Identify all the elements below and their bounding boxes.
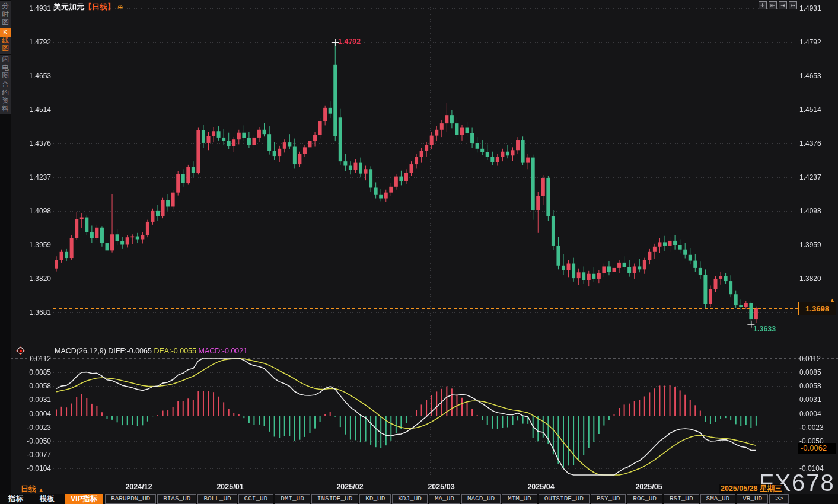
indicator-tab-mtm_ud[interactable]: MTM_UD (502, 494, 537, 504)
symbol-name: 美元加元 (53, 2, 84, 11)
macd-axis-label-left: 0.0058 (11, 382, 51, 390)
sidebar-item-char: 合 (0, 81, 11, 89)
macd-axis-label-right: 0.0058 (799, 382, 821, 390)
macd-axis-label-left: -0.0077 (11, 451, 51, 459)
chart-plot-area[interactable] (0, 0, 838, 504)
indicator-tab-ma_ud[interactable]: MA_UD (429, 494, 460, 504)
price-axis-label-right: 1.4098 (799, 207, 821, 215)
price-axis-label-left: 1.4514 (11, 106, 51, 114)
macd-current-value-badge: -0.0062 (798, 443, 836, 454)
period-selector[interactable]: 日线 ▲ (21, 484, 44, 495)
indicator-tab-kd_ud[interactable]: KD_UD (359, 494, 391, 504)
indicator-tabs: BARUPDN_UDBIAS_UDBOLL_UDCCI_UDDMI_UDINSI… (105, 494, 769, 504)
macd-bar-value: MACD:-0.0021 (199, 347, 248, 355)
sidebar-item-char: 约 (0, 89, 11, 97)
price-axis-label-right: 1.3820 (799, 275, 821, 283)
more-indicators-button[interactable]: >> (769, 494, 789, 504)
pan-right-icon[interactable]: ⇥ (779, 1, 787, 9)
sidebar-item-char: 闪 (0, 56, 11, 64)
menu-tabs: 指标模板 (0, 494, 63, 504)
macd-axis-label-left: 0.0004 (11, 410, 51, 418)
price-axis-label-left: 1.3820 (11, 275, 51, 283)
indicator-tab-rsi_ud[interactable]: RSI_UD (664, 494, 699, 504)
macd-axis-label-left: 0.0031 (11, 395, 51, 404)
price-axis-label-right: 1.4514 (799, 106, 821, 114)
indicator-tab-bias_ud[interactable]: BIAS_UD (157, 494, 196, 504)
period-tag: 【日线】 (84, 2, 115, 11)
price-axis-label-right: 1.4376 (799, 139, 821, 148)
sidebar-item-1[interactable]: 分时图 (0, 1, 11, 28)
x-axis-month-label: 2025/05 (635, 483, 662, 491)
period-label: 日线 (21, 484, 36, 493)
shift-right-icon[interactable]: ↦ (789, 1, 797, 9)
sidebar-item-char: 资 (0, 97, 11, 105)
indicator-tab-psy_ud[interactable]: PSY_UD (591, 494, 626, 504)
price-axis-label-right: 1.3959 (799, 241, 821, 249)
x-axis-month-label: 2024/12 (125, 483, 152, 491)
macd-axis-label-left: 0.0085 (11, 368, 51, 377)
sidebar-item-char: K (0, 28, 11, 37)
sidebar-item-char: 时 (0, 11, 11, 19)
pan-left-icon[interactable]: ⇤ (769, 1, 777, 9)
menu-tab-2[interactable]: 模板 (31, 494, 63, 504)
crosshair-icon[interactable]: ✛ (759, 1, 767, 9)
macd-axis-label-left: -0.0050 (11, 437, 51, 445)
sidebar-item-char: 分 (0, 2, 11, 11)
last-price-badge: 1.3698 (798, 302, 836, 315)
chevron-up-icon: ▲ (39, 487, 44, 493)
sidebar-item-2[interactable]: K线图 (0, 27, 11, 54)
current-date-label: 2025/05/28 星期三 (719, 484, 784, 494)
sidebar-item-3[interactable]: 闪电图 (0, 55, 11, 81)
x-axis-month-label: 2025/02 (336, 483, 363, 491)
indicator-tab-inside_ud[interactable]: INSIDE_UD (311, 494, 358, 504)
chart-toolbar-icons: ✛⇤⇥↦ (759, 1, 797, 9)
sidebar-item-char: 图 (0, 18, 11, 27)
indicator-toolbar: 指标模板 VIP指标 BARUPDN_UDBIAS_UDBOLL_UDCCI_U… (0, 494, 838, 504)
target-dot (20, 350, 22, 352)
indicator-tab-vr_ud[interactable]: VR_UD (737, 494, 768, 504)
indicator-tab-outside_ud[interactable]: OUTSIDE_UD (539, 494, 590, 504)
sidebar-item-char: 图 (0, 72, 11, 80)
macd-axis-label-left: 0.0112 (11, 355, 51, 363)
price-axis-label-left: 1.4792 (11, 38, 51, 46)
low-price-annotation: 1.3633 (753, 325, 776, 333)
price-axis-label-right: 1.4792 (799, 38, 821, 46)
sidebar-item-char: 电 (0, 64, 11, 72)
macd-axis-label-left: -0.0104 (11, 464, 51, 473)
indicator-tab-barupdn_ud[interactable]: BARUPDN_UD (105, 494, 156, 504)
indicator-tab-boll_ud[interactable]: BOLL_UD (197, 494, 237, 504)
x-axis-month-label: 2025/03 (428, 483, 454, 491)
indicator-tab-cci_ud[interactable]: CCI_UD (238, 494, 274, 504)
indicator-tab-sma_ud[interactable]: SMA_UD (700, 494, 736, 504)
macd-title: MACD(26,12,9) (55, 347, 106, 355)
price-axis-label-left: 1.4237 (11, 173, 51, 181)
macd-dea-value: DEA:-0.0055 (154, 347, 196, 355)
x-axis-month-label: 2025/04 (527, 483, 554, 491)
price-axis-label-left: 1.4931 (11, 4, 51, 12)
add-indicator-icon[interactable]: ⊕ (117, 3, 123, 11)
high-price-annotation: 1.4792 (338, 37, 361, 46)
chart-title: 美元加元【日线】 ⊕ (53, 2, 123, 12)
x-axis-month-label: 2025/01 (216, 483, 243, 491)
chart-type-sidebar: 分时图K线图闪电图合约资料 (0, 0, 11, 504)
menu-tab-1[interactable]: 指标 (0, 494, 31, 504)
macd-diff-value: DIFF:-0.0065 (108, 347, 152, 355)
macd-axis-label-right: 0.0085 (799, 368, 821, 377)
price-axis-label-left: 1.4653 (11, 72, 51, 80)
indicator-tab-kdj_ud[interactable]: KDJ_UD (392, 494, 428, 504)
price-axis-label-left: 1.4376 (11, 139, 51, 148)
price-axis-label-left: 1.3959 (11, 241, 51, 249)
macd-axis-label-right: -0.0023 (799, 423, 824, 432)
price-axis-label-right: 1.4653 (799, 72, 821, 80)
price-axis-label-left: 1.3681 (11, 308, 51, 317)
macd-indicator-header: MACD(26,12,9) DIFF:-0.0065 DEA:-0.0055 M… (55, 347, 247, 355)
sidebar-item-char: 线 (0, 37, 11, 45)
sidebar-item-4[interactable]: 合约资料 (0, 79, 11, 114)
price-axis-label-left: 1.4098 (11, 207, 51, 215)
hot-point-target-icon[interactable] (17, 347, 24, 355)
macd-axis-label-right: 0.0004 (799, 410, 821, 418)
indicator-tab-dmi_ud[interactable]: DMI_UD (275, 494, 310, 504)
indicator-tab-roc_ud[interactable]: ROC_UD (627, 494, 662, 504)
indicator-tab-macd_ud[interactable]: MACD_UD (461, 494, 501, 504)
tab-vip-indicators[interactable]: VIP指标 (65, 494, 103, 504)
